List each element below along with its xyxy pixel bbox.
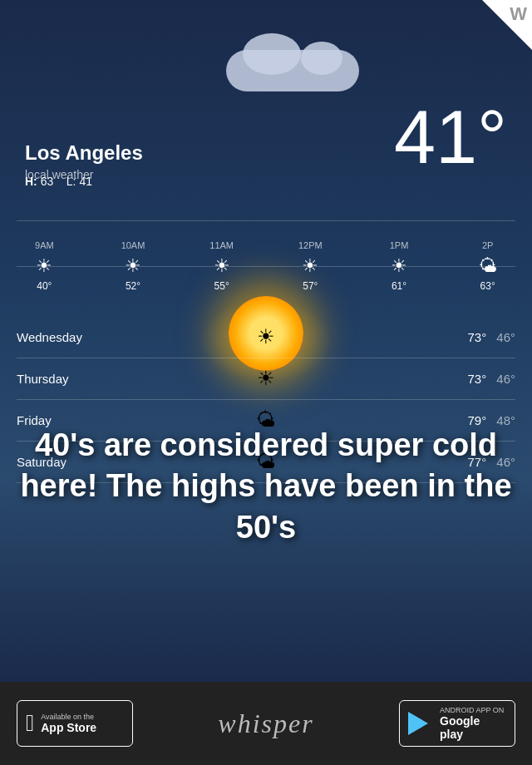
app-container: W 41° Los Angeles local weather H: 63 L:…: [0, 0, 532, 682]
hour-temp-4: 57°: [303, 280, 318, 292]
low-label: L:: [66, 175, 76, 188]
corner-w-letter: W: [510, 3, 527, 25]
corner-w-logo: W: [482, 0, 532, 50]
google-play-text: ANDROID APP ON Google play: [440, 706, 506, 741]
hour-item-5: 1PM ☀ 61°: [355, 240, 444, 292]
hour-item-2: 10AM ☀ 52°: [89, 240, 178, 292]
hour-item-4: 12PM ☀ 57°: [266, 240, 355, 292]
high-label: H:: [25, 175, 37, 188]
bottom-bar:  Available on the App Store whisper AND…: [0, 682, 532, 765]
app-store-name: App Store: [41, 721, 96, 734]
hour-item-3: 11AM ☀ 55°: [177, 240, 266, 292]
hour-temp-2: 52°: [126, 280, 140, 292]
hour-icon-5: ☀: [391, 255, 407, 277]
hour-icon-1: ☀: [36, 255, 52, 277]
hour-icon-6: 🌤: [479, 255, 497, 277]
high-value: 63: [41, 175, 54, 188]
hour-icon-2: ☀: [125, 255, 141, 277]
overlay-text-container: 40's are considered super cold here! The…: [0, 291, 532, 682]
low-value: 41: [79, 175, 92, 188]
city-name: Los Angeles: [25, 141, 143, 165]
google-play-name: Google play: [440, 714, 506, 741]
temperature-display: 41°: [394, 100, 507, 175]
hour-label-1: 9AM: [35, 240, 54, 250]
google-play-badge[interactable]: ANDROID APP ON Google play: [399, 700, 515, 747]
overlay-message: 40's are considered super cold here! The…: [0, 425, 532, 548]
cloud: [226, 50, 359, 91]
app-store-text: Available on the App Store: [41, 713, 96, 734]
play-triangle-icon: [408, 712, 428, 735]
hour-label-2: 10AM: [121, 240, 145, 250]
whisper-logo[interactable]: whisper: [218, 708, 313, 739]
hour-temp-6: 63°: [480, 280, 495, 292]
google-play-available: ANDROID APP ON: [440, 706, 506, 714]
divider-1: [17, 220, 515, 221]
hour-item-1: 9AM ☀ 40°: [0, 240, 89, 292]
play-triangle-container: [408, 710, 435, 737]
hour-temp-1: 40°: [37, 280, 52, 292]
weather-card: W 41° Los Angeles local weather H: 63 L:…: [0, 0, 532, 682]
app-store-badge[interactable]:  Available on the App Store: [17, 700, 133, 747]
hi-lo-display: H: 63 L: 41: [25, 175, 92, 188]
hour-label-4: 12PM: [298, 240, 323, 250]
hour-label-3: 11AM: [209, 240, 234, 250]
hour-label-5: 1PM: [390, 240, 409, 250]
hour-icon-4: ☀: [302, 255, 318, 277]
hour-temp-5: 61°: [392, 280, 406, 292]
hour-icon-3: ☀: [214, 255, 230, 277]
hour-label-6: 2P: [482, 240, 493, 250]
hour-item-6: 2P 🌤 63°: [443, 240, 532, 292]
hour-temp-3: 55°: [214, 280, 229, 292]
app-store-available: Available on the: [41, 713, 96, 721]
apple-icon: : [26, 710, 34, 737]
